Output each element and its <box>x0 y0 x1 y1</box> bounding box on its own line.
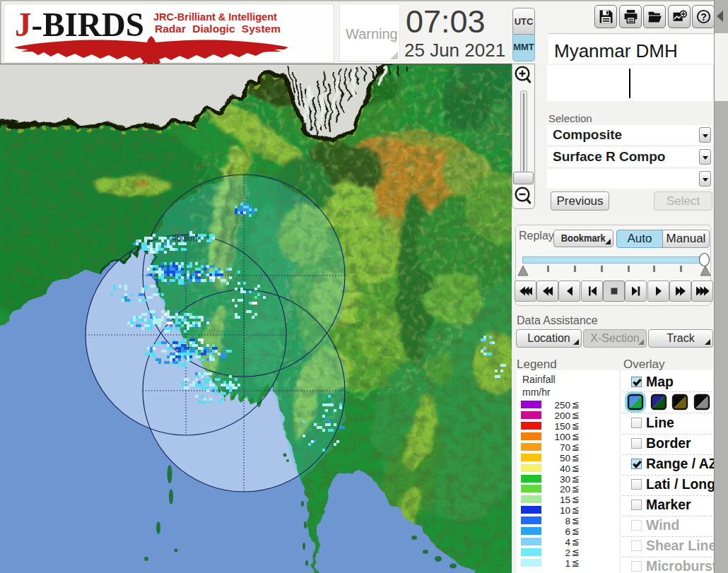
svg-text:?: ? <box>700 11 707 23</box>
svg-text:450km: 450km <box>172 233 197 243</box>
